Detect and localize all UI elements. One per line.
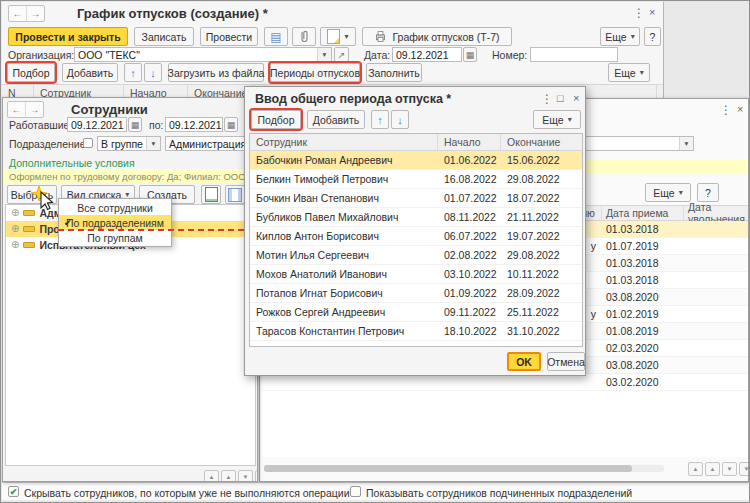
load-from-file-button[interactable]: Загрузить из файла — [168, 63, 264, 82]
menu-item[interactable]: Все сотрудники — [59, 200, 171, 215]
mouse-cursor-icon — [31, 185, 59, 213]
chevron-down-icon: ▾ — [568, 115, 572, 124]
window-more-icon[interactable]: ⋮ — [720, 103, 732, 117]
back-button[interactable]: ← — [8, 102, 26, 117]
dialog-move-down-button[interactable]: ↓ — [391, 110, 409, 129]
column-header[interactable]: Сотрудник — [250, 134, 438, 150]
list-table-row[interactable]: 03.02.2020 — [262, 374, 748, 391]
cell — [684, 289, 748, 305]
dialog-table-row[interactable]: Потапов Игнат Борисович01.09.202228.09.2… — [250, 284, 582, 303]
horizontal-scrollbar[interactable] — [264, 465, 664, 472]
back-icon: ← — [12, 104, 22, 115]
nav-up-button[interactable]: ▲ — [705, 462, 720, 476]
nav-bottom-button[interactable]: ▼ — [739, 462, 749, 476]
back-button[interactable]: ← — [9, 6, 27, 21]
department-checkbox[interactable] — [83, 138, 93, 148]
more-button[interactable]: Еще▾ — [600, 27, 640, 46]
more-button[interactable]: Еще▾ — [645, 183, 691, 202]
ok-button[interactable]: OK — [507, 352, 541, 371]
menu-item[interactable]: По группам — [59, 230, 171, 245]
org-field[interactable]: ООО "ТЕКС" ▾ — [74, 47, 332, 62]
more-button-2[interactable]: Еще▾ — [608, 63, 650, 82]
nav-top-button[interactable]: ▲ — [688, 462, 703, 476]
expand-icon[interactable]: ⊕ — [11, 240, 19, 250]
nav-down-button[interactable]: ▼ — [238, 470, 253, 482]
dialog-table-row[interactable]: Бубликов Павел Михайлович08.11.202221.11… — [250, 208, 582, 227]
nav-up-button[interactable]: ▲ — [221, 470, 236, 482]
dialog-table-row[interactable]: Рожков Сергей Андреевич09.11.202225.11.2… — [250, 303, 582, 322]
cancel-button[interactable]: Отмена — [547, 352, 585, 371]
dialog-table-row[interactable]: Бочкин Иван Степанович01.07.202218.07.20… — [250, 189, 582, 208]
column-header[interactable]: Дата увольнения — [684, 206, 748, 220]
fill-button[interactable]: Заполнить — [366, 63, 422, 82]
dialog-add-button[interactable]: Добавить — [307, 110, 365, 129]
help-button[interactable]: ? — [697, 183, 719, 202]
hide-completed-checkbox[interactable]: ✔ — [8, 486, 19, 497]
vacation-periods-button[interactable]: Периоды отпусков — [270, 63, 360, 82]
nav-down-button[interactable]: ▼ — [722, 462, 737, 476]
number-field[interactable] — [530, 47, 618, 62]
group-mode-select[interactable]: В группе ▾ — [97, 136, 161, 151]
move-up-button[interactable]: ↑ — [124, 63, 142, 82]
add-button[interactable]: Добавить — [62, 63, 118, 82]
move-down-button[interactable]: ↓ — [144, 63, 162, 82]
post-button[interactable]: Провести — [200, 27, 258, 46]
worked-from-field[interactable]: 09.12.2021 — [67, 117, 127, 132]
cell: 02.03.2020 — [602, 340, 684, 356]
scrollbar-thumb[interactable] — [264, 465, 632, 472]
combo-arrow-icon[interactable]: ▾ — [679, 137, 693, 150]
dialog-table: Сотрудник Начало Окончание Бабочкин Рома… — [249, 133, 583, 347]
print-t7-button[interactable]: График отпусков (Т-7) — [362, 27, 512, 46]
structure-button[interactable]: ▤ — [264, 27, 288, 46]
dialog-table-row[interactable]: Мохов Анатолий Иванович03.10.202210.11.2… — [250, 265, 582, 284]
columns-button[interactable] — [225, 185, 245, 204]
dialog-table-row[interactable]: Мотин Илья Сергеевич02.08.202229.08.2022 — [250, 246, 582, 265]
post-and-close-button[interactable]: Провести и закрыть — [8, 27, 128, 46]
open-org-button[interactable]: ↗ — [334, 47, 349, 62]
reports-button[interactable]: ▾ — [320, 27, 356, 46]
date-label: Дата: — [364, 49, 390, 61]
show-subordinate-checkbox[interactable] — [350, 486, 361, 497]
chevron-down-icon: ▾ — [679, 188, 683, 197]
cell: 25.11.2022 — [501, 303, 582, 321]
nav-top-button[interactable]: ▲ — [204, 470, 219, 482]
dialog-pick-button[interactable]: Подбор — [251, 110, 301, 129]
menu-item-label: По группам — [87, 232, 143, 244]
worked-to-field[interactable]: 09.12.2021 — [165, 117, 223, 132]
window-more-icon[interactable]: ⋮ — [633, 6, 645, 20]
cell — [262, 374, 602, 390]
close-icon[interactable]: × — [573, 92, 579, 104]
dialog-table-row[interactable]: Киплов Антон Борисович06.07.202219.07.20… — [250, 227, 582, 246]
column-header[interactable]: Начало — [438, 134, 501, 150]
combo-arrow-icon[interactable]: ▾ — [317, 48, 331, 61]
expand-icon[interactable]: ⊕ — [11, 224, 19, 234]
cell — [684, 221, 748, 237]
nav-bottom-button[interactable]: ▼ — [255, 470, 258, 482]
expand-icon[interactable]: ⊕ — [11, 208, 19, 218]
column-header[interactable]: Дата приема — [602, 206, 684, 220]
dialog-move-up-button[interactable]: ↑ — [371, 110, 389, 129]
column-header[interactable]: Окончание — [501, 134, 582, 150]
dialog-table-row[interactable]: Тарасов Константин Петрович18.10.202231.… — [250, 322, 582, 341]
check-icon: ✔ — [64, 218, 72, 228]
calendar-button[interactable]: ▦ — [128, 117, 142, 132]
attachments-button[interactable] — [292, 27, 316, 46]
window-more-icon[interactable]: ⋮ — [541, 92, 553, 106]
maximize-icon[interactable]: □ — [557, 92, 564, 104]
calendar-button[interactable]: ▦ — [224, 117, 238, 132]
date-field[interactable]: 09.12.2021 — [392, 47, 462, 62]
create-group-button[interactable] — [201, 185, 221, 204]
forward-button[interactable]: → — [26, 102, 43, 117]
dialog-more-button[interactable]: Еще▾ — [533, 110, 581, 129]
forward-button[interactable]: → — [27, 6, 44, 21]
date-calendar-button[interactable]: ▦ — [463, 47, 477, 62]
close-icon[interactable]: × — [737, 103, 743, 115]
pick-button[interactable]: Подбор — [7, 63, 55, 82]
additional-conditions-link[interactable]: Дополнительные условия — [9, 157, 135, 169]
dialog-table-row[interactable]: Белкин Тимофей Петрович16.08.202229.08.2… — [250, 170, 582, 189]
menu-item[interactable]: ✔По подразделениям — [59, 215, 171, 230]
help-button[interactable]: ? — [644, 27, 661, 46]
dialog-table-row[interactable]: Бабочкин Роман Андреевич01.06.202215.06.… — [250, 151, 582, 170]
save-button[interactable]: Записать — [134, 27, 194, 46]
close-icon[interactable]: × — [649, 6, 655, 18]
